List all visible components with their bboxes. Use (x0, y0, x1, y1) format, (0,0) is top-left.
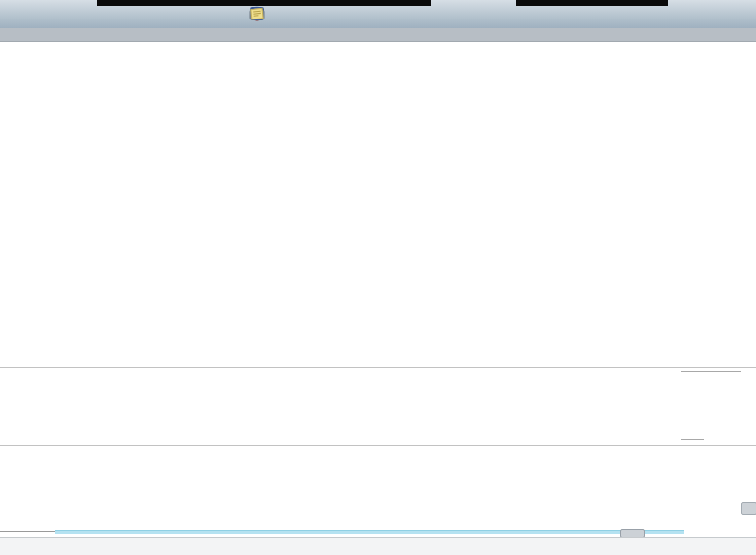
freestockcharts-app (0, 0, 756, 555)
timeline-scrollbar-range[interactable] (55, 530, 684, 534)
macd-panel-header (0, 447, 6, 462)
symbol-bar (0, 28, 756, 42)
axis-divider (681, 439, 704, 440)
scroll-handle[interactable] (741, 502, 756, 515)
stoch-panel-header (0, 369, 6, 384)
panel-divider[interactable] (0, 367, 756, 368)
facebook-icon[interactable] (325, 6, 341, 21)
timeline-scrollbar-track[interactable] (0, 531, 55, 532)
twitter-icon[interactable] (300, 6, 315, 21)
database-icon[interactable] (274, 6, 290, 21)
chart-canvas[interactable] (0, 0, 756, 555)
camera-icon[interactable] (350, 6, 366, 21)
price-panel-header (0, 43, 6, 57)
window-bottom-fill (0, 538, 756, 555)
axis-divider (681, 371, 741, 372)
panel-divider[interactable] (0, 445, 756, 446)
notes-icon[interactable] (376, 6, 391, 21)
toolbar-icons (249, 6, 391, 21)
window-edge-strip (97, 0, 431, 6)
window-edge-strip (516, 0, 668, 6)
